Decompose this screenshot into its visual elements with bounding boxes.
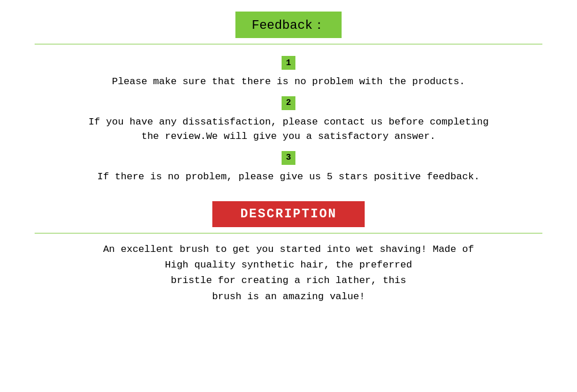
description-text: An excellent brush to get you started in… [103, 242, 474, 304]
step-2-text: If you have any dissatisfaction, please … [88, 115, 489, 144]
feedback-divider [35, 44, 542, 44]
step-2-line2: the review.We will give you a satisfacto… [141, 131, 436, 142]
description-divider [35, 233, 542, 233]
step-2-badge: 2 [282, 96, 295, 110]
description-section: DESCRIPTION An excellent brush to get yo… [35, 201, 542, 304]
description-line1: An excellent brush to get you started in… [103, 244, 474, 255]
description-title: DESCRIPTION [212, 201, 364, 227]
step-1-badge: 1 [282, 56, 295, 70]
page-wrapper: Feedback： 1 Please make sure that there … [0, 0, 577, 392]
description-line2: High quality synthetic hair, the preferr… [165, 259, 412, 270]
step-2-line1: If you have any dissatisfaction, please … [88, 116, 489, 127]
feedback-section: Feedback： 1 Please make sure that there … [35, 12, 542, 187]
description-line3: bristle for creating a rich lather, this [171, 275, 406, 286]
description-line4: brush is an amazing value! [212, 291, 365, 302]
step-1-text: Please make sure that there is no proble… [112, 74, 465, 89]
step-3-text: If there is no problem, please give us 5… [97, 169, 479, 184]
feedback-title: Feedback： [235, 12, 342, 38]
step-3-badge: 3 [282, 151, 295, 165]
